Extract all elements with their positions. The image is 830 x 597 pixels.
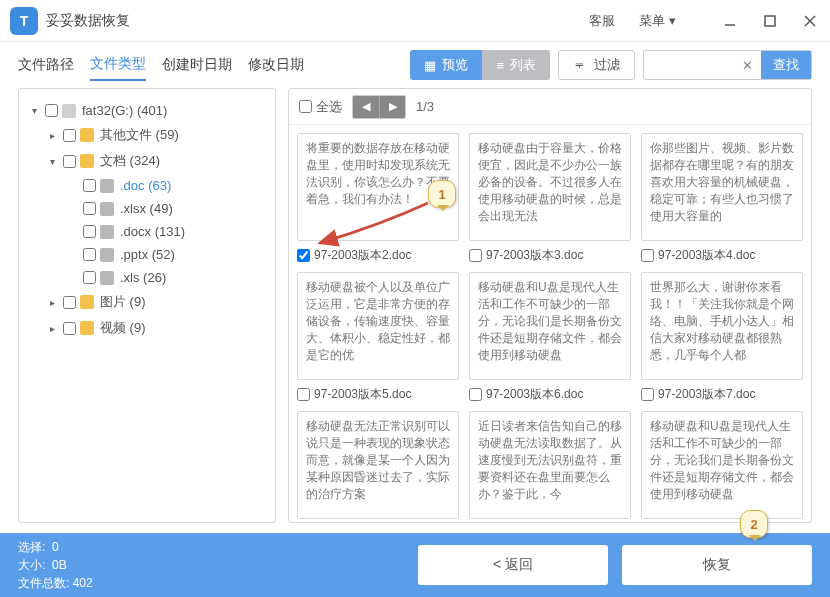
search-button[interactable]: 查找 [761, 51, 811, 79]
file-item[interactable]: 97-2003版本6.doc [469, 386, 631, 403]
chevron-down-icon: ▾ [45, 156, 59, 167]
tree-doc[interactable]: .doc (63) [25, 174, 269, 197]
tree-docx[interactable]: .docx (131) [25, 220, 269, 243]
tree-xlsx[interactable]: .xlsx (49) [25, 197, 269, 220]
tab-type[interactable]: 文件类型 [90, 49, 146, 81]
tree-checkbox[interactable] [63, 129, 76, 142]
tree-checkbox[interactable] [83, 202, 96, 215]
tree-checkbox[interactable] [63, 155, 76, 168]
file-icon [100, 202, 114, 216]
content-panel: 全选 ◀ ▶ 1/3 将重要的数据存放在移动硬盘里，使用时却发现系统无法识别，你… [288, 88, 812, 523]
app-logo: T [10, 7, 38, 35]
disk-icon [62, 104, 76, 118]
chevron-right-icon: ▸ [45, 297, 59, 308]
search-box: ✕ 查找 [643, 50, 812, 80]
folder-icon [80, 128, 94, 142]
tree-label: fat32(G:) (401) [82, 103, 167, 118]
minimize-button[interactable] [720, 11, 740, 31]
tree-label: 视频 (9) [100, 319, 146, 337]
tree-checkbox[interactable] [63, 296, 76, 309]
file-item[interactable]: 97-2003版本2.doc [297, 247, 459, 264]
file-name: 97-2003版本4.doc [658, 247, 755, 264]
file-thumb[interactable]: 移动硬盘被个人以及单位广泛运用，它是非常方便的存储设备，传输速度快、容量大、体积… [297, 272, 459, 380]
file-item[interactable]: 97-2003版本7.doc [641, 386, 803, 403]
tree-pptx[interactable]: .pptx (52) [25, 243, 269, 266]
tree-video[interactable]: ▸视频 (9) [25, 315, 269, 341]
service-link[interactable]: 客服 [589, 12, 615, 30]
file-icon [100, 271, 114, 285]
tree-checkbox[interactable] [83, 225, 96, 238]
file-item[interactable]: 97-2003版本3.doc [469, 247, 631, 264]
page-indicator: 1/3 [416, 99, 434, 114]
file-thumb[interactable]: 世界那么大，谢谢你来看我！！「关注我你就是个网络、电脑、手机小达人」相信大家对移… [641, 272, 803, 380]
next-page-button[interactable]: ▶ [379, 96, 405, 118]
file-name: 97-2003版本6.doc [486, 386, 583, 403]
tree-checkbox[interactable] [83, 248, 96, 261]
file-checkbox[interactable] [641, 249, 654, 262]
preview-view-button[interactable]: ▦预览 [410, 50, 482, 80]
file-item[interactable]: 97-2003版本5.doc [297, 386, 459, 403]
file-item[interactable]: 97-2003版本4.doc [641, 247, 803, 264]
tree-checkbox[interactable] [45, 104, 58, 117]
tree-label: 文档 (324) [100, 152, 160, 170]
list-view-button[interactable]: ≡列表 [482, 50, 550, 80]
footer-stats: 选择: 0 大小: 0B 文件总数: 402 [18, 538, 93, 592]
tree-label: 图片 (9) [100, 293, 146, 311]
svg-rect-1 [765, 16, 775, 26]
tree-label: .xlsx (49) [120, 201, 173, 216]
tree-xls[interactable]: .xls (26) [25, 266, 269, 289]
callout-1: 1 [428, 180, 456, 208]
select-all-checkbox[interactable] [299, 100, 312, 113]
app-title: 妥妥数据恢复 [46, 12, 589, 30]
back-button[interactable]: < 返回 [418, 545, 608, 585]
tree-root[interactable]: ▾fat32(G:) (401) [25, 99, 269, 122]
file-checkbox[interactable] [297, 249, 310, 262]
file-thumb[interactable]: 近日读者来信告知自己的移动硬盘无法读取数据了。从速度慢到无法识别盘符，重要资料还… [469, 411, 631, 519]
chevron-down-icon: ▾ [27, 105, 41, 116]
tab-modified[interactable]: 修改日期 [248, 50, 304, 80]
filter-button[interactable]: ⫧过滤 [558, 50, 635, 80]
folder-icon [80, 295, 94, 309]
grid-icon: ▦ [424, 58, 436, 73]
filter-icon: ⫧ [573, 58, 586, 73]
footer: 选择: 0 大小: 0B 文件总数: 402 < 返回 恢复 [0, 533, 830, 597]
recover-button[interactable]: 恢复 [622, 545, 812, 585]
menu-link[interactable]: 菜单 ▾ [639, 12, 676, 30]
thumbnail-grid: 将重要的数据存放在移动硬盘里，使用时却发现系统无法识别，你该怎么办？不要着急，我… [289, 125, 811, 522]
search-clear-icon[interactable]: ✕ [734, 58, 761, 73]
prev-page-button[interactable]: ◀ [353, 96, 379, 118]
tree-pics[interactable]: ▸图片 (9) [25, 289, 269, 315]
file-name: 97-2003版本5.doc [314, 386, 411, 403]
tree-docs[interactable]: ▾文档 (324) [25, 148, 269, 174]
file-tree: ▾fat32(G:) (401) ▸其他文件 (59) ▾文档 (324) .d… [18, 88, 276, 523]
file-name: 97-2003版本7.doc [658, 386, 755, 403]
file-icon [100, 179, 114, 193]
tree-checkbox[interactable] [63, 322, 76, 335]
tree-label: 其他文件 (59) [100, 126, 179, 144]
file-thumb[interactable]: 移动硬盘无法正常识别可以说只是一种表现的现象状态而意，就像是某一个人因为某种原因… [297, 411, 459, 519]
file-thumb[interactable]: 移动硬盘由于容量大，价格便宜，因此是不少办公一族必备的设备。不过很多人在使用移动… [469, 133, 631, 241]
tree-other[interactable]: ▸其他文件 (59) [25, 122, 269, 148]
tree-checkbox[interactable] [83, 179, 96, 192]
select-all[interactable]: 全选 [299, 98, 342, 116]
chevron-down-icon: ▾ [669, 13, 676, 28]
chevron-right-icon: ▸ [45, 130, 59, 141]
file-checkbox[interactable] [469, 388, 482, 401]
maximize-button[interactable] [760, 11, 780, 31]
chevron-right-icon: ▸ [45, 323, 59, 334]
folder-icon [80, 321, 94, 335]
file-thumb[interactable]: 移动硬盘和U盘是现代人生活和工作不可缺少的一部分，无论我们是长期备份文件还是短期… [641, 411, 803, 519]
file-thumb[interactable]: 移动硬盘和U盘是现代人生活和工作不可缺少的一部分，无论我们是长期备份文件还是短期… [469, 272, 631, 380]
tree-checkbox[interactable] [83, 271, 96, 284]
file-checkbox[interactable] [641, 388, 654, 401]
file-thumb[interactable]: 你那些图片、视频、影片数据都存在哪里呢？有的朋友喜欢用大容量的机械硬盘，稳定可靠… [641, 133, 803, 241]
file-checkbox[interactable] [297, 388, 310, 401]
close-button[interactable] [800, 11, 820, 31]
callout-2: 2 [740, 510, 768, 538]
file-checkbox[interactable] [469, 249, 482, 262]
file-icon [100, 248, 114, 262]
search-input[interactable] [644, 58, 734, 73]
tab-created[interactable]: 创建时日期 [162, 50, 232, 80]
tab-path[interactable]: 文件路径 [18, 50, 74, 80]
titlebar: T 妥妥数据恢复 客服 菜单 ▾ [0, 0, 830, 42]
